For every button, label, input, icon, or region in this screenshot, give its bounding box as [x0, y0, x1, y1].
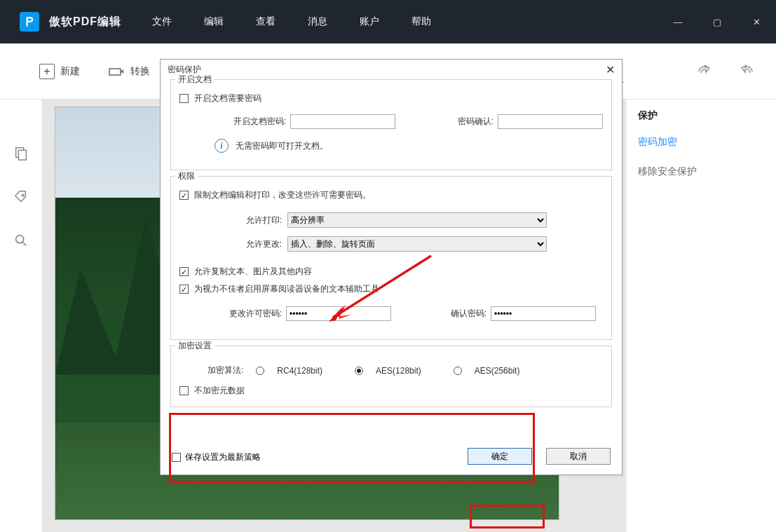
change-perm-pw-label: 更改许可密码: [205, 308, 282, 320]
encryption-group-title: 加密设置 [175, 340, 215, 352]
allow-copy-checkbox[interactable] [179, 267, 189, 276]
screen-reader-label: 为视力不佳者启用屏幕阅读器设备的文本辅助工具 [194, 283, 379, 295]
plus-icon: + [39, 64, 55, 79]
require-open-pw-label: 开启文档需要密码 [194, 93, 261, 104]
maximize-button[interactable]: ▢ [697, 0, 737, 43]
undo-icon[interactable] [738, 63, 755, 76]
right-panel-title: 保护 [638, 109, 765, 122]
toolbar-new-label: 新建 [60, 65, 80, 78]
allow-change-label: 允许更改: [212, 238, 282, 250]
menu-message[interactable]: 消息 [308, 15, 327, 28]
minimize-button[interactable]: — [658, 0, 697, 43]
menu-file[interactable]: 文件 [152, 15, 172, 28]
aes128-label: AES(128bit) [376, 366, 421, 376]
open-pw-confirm-label: 密码确认: [400, 116, 493, 128]
restrict-edit-checkbox[interactable] [179, 191, 189, 200]
aes128-radio[interactable] [355, 367, 363, 375]
convert-icon [108, 64, 125, 79]
restrict-edit-label: 限制文档编辑和打印，改变这些许可需要密码。 [194, 189, 371, 201]
save-as-latest-row: 保存设置为最新策略 [172, 451, 261, 463]
cancel-button[interactable]: 取消 [546, 448, 611, 465]
toolbar-convert-label: 转换 [130, 65, 150, 78]
encryption-group: 加密设置 加密算法: RC4(128bit) AES(128bit) AES(2… [170, 346, 612, 407]
left-rail [0, 100, 42, 532]
save-latest-checkbox[interactable] [172, 453, 181, 462]
close-window-button[interactable]: ✕ [737, 0, 776, 43]
confirm-perm-pw-label: 确认密码: [395, 308, 486, 320]
dialog-body: 开启文档 开启文档需要密码 开启文档密码: 密码确认: i 无需密码即可打开文档… [161, 79, 622, 407]
permissions-group: 权限 限制文档编辑和打印，改变这些许可需要密码。 允许打印: 高分辨率 允许更改… [170, 176, 612, 340]
watermark-url: www.xiazaiba.com [663, 517, 773, 529]
aes256-radio[interactable] [454, 367, 462, 375]
pages-icon[interactable] [13, 146, 29, 161]
menu-account[interactable]: 账户 [360, 15, 379, 28]
titlebar: 傲软PDF编辑 文件 编辑 查看 消息 账户 帮助 — ▢ ✕ [0, 0, 776, 43]
screen-reader-checkbox[interactable] [179, 285, 189, 294]
redo-icon[interactable] [696, 63, 713, 76]
open-doc-info-text: 无需密码即可打开文档。 [236, 140, 328, 152]
open-doc-group: 开启文档 开启文档需要密码 开启文档密码: 密码确认: i 无需密码即可打开文档… [170, 79, 612, 170]
permissions-group-title: 权限 [175, 170, 198, 182]
allow-print-label: 允许打印: [212, 214, 282, 226]
open-doc-group-title: 开启文档 [175, 74, 215, 86]
tag-icon[interactable] [13, 189, 29, 205]
allow-copy-label: 允许复制文本、图片及其他内容 [194, 266, 312, 278]
menu-view[interactable]: 查看 [256, 15, 275, 28]
dialog-close-button[interactable]: ✕ [606, 63, 615, 76]
undo-redo-group [696, 63, 755, 76]
toolbar-convert[interactable]: 转换 [108, 64, 150, 79]
search-icon[interactable] [13, 233, 29, 248]
dialog-titlebar: 密码保护 ✕ [161, 60, 622, 79]
confirm-perm-pw-input[interactable] [491, 306, 596, 321]
menu-edit[interactable]: 编辑 [204, 15, 224, 28]
save-latest-label: 保存设置为最新策略 [185, 451, 261, 463]
menu-help[interactable]: 帮助 [411, 15, 431, 28]
toolbar-new[interactable]: + 新建 [39, 64, 80, 79]
app-logo [20, 12, 39, 32]
rc4-radio[interactable] [256, 367, 264, 375]
right-panel: 保护 密码加密 移除安全保护 [626, 100, 776, 532]
right-panel-encrypt[interactable]: 密码加密 [638, 136, 765, 149]
svg-point-2 [15, 236, 23, 243]
open-pw-label: 开启文档密码: [226, 116, 286, 128]
window-controls: — ▢ ✕ [658, 0, 776, 43]
dialog-buttons: 确定 取消 [468, 448, 611, 465]
svg-rect-1 [18, 150, 26, 160]
aes256-label: AES(256bit) [475, 366, 520, 376]
algorithm-label: 加密算法: [207, 364, 243, 376]
open-pw-confirm-input[interactable] [498, 114, 603, 129]
open-pw-input[interactable] [290, 114, 395, 129]
no-encrypt-metadata-checkbox[interactable] [179, 386, 189, 395]
app-title: 傲软PDF编辑 [49, 15, 121, 29]
password-dialog: 密码保护 ✕ 开启文档 开启文档需要密码 开启文档密码: 密码确认: i 无需密… [160, 59, 622, 475]
info-icon: i [215, 139, 229, 153]
ok-button[interactable]: 确定 [468, 448, 532, 465]
require-open-pw-checkbox[interactable] [179, 94, 189, 103]
allow-print-select[interactable]: 高分辨率 [287, 212, 547, 228]
main-menu: 文件 编辑 查看 消息 账户 帮助 [152, 15, 431, 28]
allow-change-select[interactable]: 插入、删除、旋转页面 [287, 236, 547, 252]
no-encrypt-metadata-label: 不加密元数据 [194, 385, 245, 397]
watermark-cn: 下载吧 [707, 486, 772, 513]
rc4-label: RC4(128bit) [277, 366, 322, 376]
right-panel-remove-security[interactable]: 移除安全保护 [638, 165, 765, 178]
change-perm-pw-input[interactable] [286, 306, 391, 321]
